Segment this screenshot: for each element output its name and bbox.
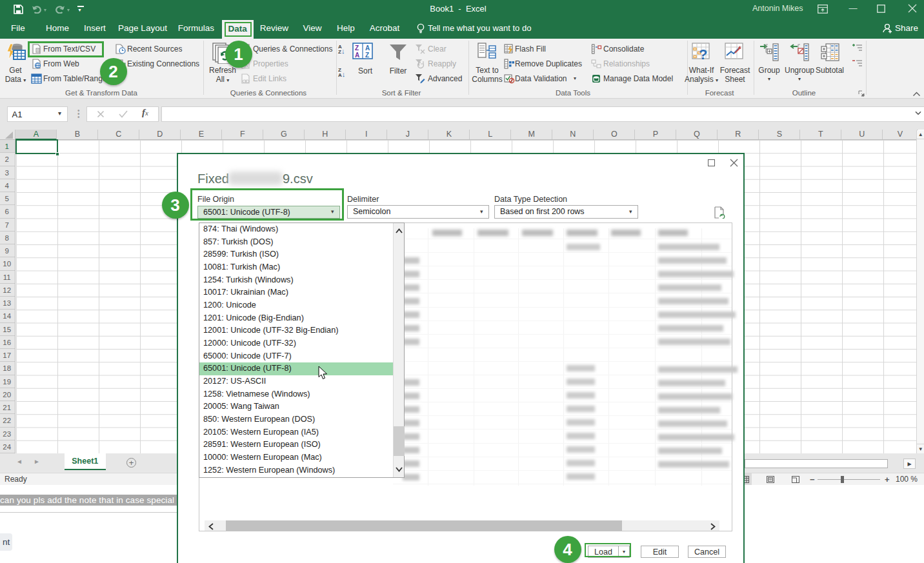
svg-text:?: ?: [699, 46, 707, 63]
svg-text:A: A: [355, 52, 359, 59]
svg-text:Z: Z: [365, 52, 369, 59]
svg-text:A: A: [365, 44, 370, 52]
svg-text:Z: Z: [355, 44, 359, 52]
